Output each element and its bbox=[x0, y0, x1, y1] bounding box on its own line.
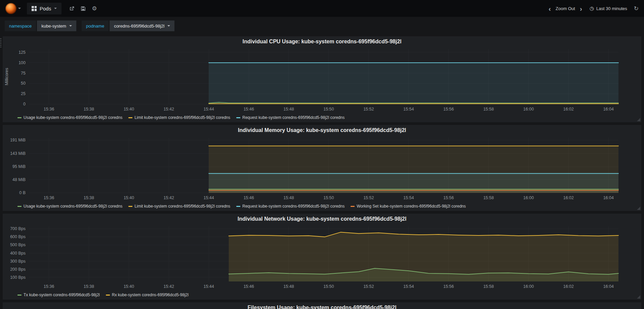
legend-series-label: Request kube-system coredns-695f96dcd5-9… bbox=[242, 204, 345, 209]
navbar: Pods ⚙ ‹ Zoom Out › ◷ Last 30 minutes ↻ bbox=[0, 0, 644, 17]
panel-drag-handle[interactable] bbox=[0, 38, 1, 48]
memory-usage-chart[interactable]: 0 B48 MiB95 MiB143 MiB191 MiB15:3615:381… bbox=[3, 135, 641, 202]
svg-text:16:04: 16:04 bbox=[603, 284, 614, 289]
legend-series-label: Usage kube-system coredns-695f96dcd5-98j… bbox=[24, 204, 122, 209]
svg-text:15:38: 15:38 bbox=[84, 107, 94, 112]
legend-item[interactable]: Rx kube-system coredns-695f96dcd5-98j2l bbox=[106, 293, 189, 297]
svg-text:15:46: 15:46 bbox=[243, 284, 254, 289]
legend-item[interactable]: Usage kube-system coredns-695f96dcd5-98j… bbox=[17, 115, 122, 120]
variable-select-podname[interactable]: coredns-695f96dcd5-98j2l bbox=[110, 20, 174, 31]
svg-text:15:52: 15:52 bbox=[363, 195, 374, 200]
panel-resize-handle[interactable] bbox=[637, 295, 640, 299]
legend-series-label: Limit kube-system coredns-695f96dcd5-98j… bbox=[134, 204, 230, 209]
svg-text:16:02: 16:02 bbox=[563, 195, 574, 200]
svg-text:16:00: 16:00 bbox=[523, 284, 534, 289]
legend-series-label: Rx kube-system coredns-695f96dcd5-98j2l bbox=[112, 293, 189, 297]
legend-series-color-icon bbox=[128, 117, 132, 118]
svg-text:15:58: 15:58 bbox=[483, 284, 494, 289]
svg-text:700 Bps: 700 Bps bbox=[10, 226, 26, 231]
settings-button[interactable]: ⚙ bbox=[92, 5, 97, 12]
svg-text:15:48: 15:48 bbox=[283, 284, 294, 289]
svg-text:143 MiB: 143 MiB bbox=[10, 151, 26, 156]
zoom-out-button[interactable]: Zoom Out bbox=[556, 6, 575, 11]
dashboard-panels: Individual CPU Usage: kube-system coredn… bbox=[0, 35, 644, 309]
svg-text:300 Bps: 300 Bps bbox=[10, 259, 26, 264]
time-shift-back-button[interactable]: ‹ bbox=[549, 5, 551, 12]
panel-resize-handle[interactable] bbox=[637, 207, 640, 210]
svg-text:15:54: 15:54 bbox=[403, 284, 414, 289]
dashboard-title: Pods bbox=[40, 6, 51, 11]
svg-text:15:48: 15:48 bbox=[283, 195, 294, 200]
svg-text:15:54: 15:54 bbox=[403, 195, 414, 200]
time-controls: ‹ Zoom Out › ◷ Last 30 minutes ↻ bbox=[549, 5, 639, 12]
legend-series-color-icon bbox=[128, 206, 132, 207]
svg-text:500 Bps: 500 Bps bbox=[10, 242, 26, 247]
variable-select-namespace[interactable]: kube-system bbox=[37, 20, 76, 31]
legend-series-label: Request kube-system coredns-695f96dcd5-9… bbox=[242, 115, 345, 120]
save-button[interactable] bbox=[81, 6, 86, 11]
variable-label-namespace: namespace bbox=[5, 20, 36, 31]
legend-item[interactable]: Request kube-system coredns-695f96dcd5-9… bbox=[236, 115, 345, 120]
svg-text:50: 50 bbox=[21, 81, 26, 86]
svg-text:15:36: 15:36 bbox=[44, 284, 54, 289]
legend-item[interactable]: Tx kube-system coredns-695f96dcd5-98j2l bbox=[17, 293, 100, 297]
template-variables-bar: namespace kube-system podname coredns-69… bbox=[0, 17, 644, 35]
svg-text:15:54: 15:54 bbox=[403, 107, 414, 112]
variable-label-podname: podname bbox=[82, 20, 109, 31]
panel-network-usage: Individual Network Usage: kube-system co… bbox=[3, 214, 641, 300]
svg-text:15:46: 15:46 bbox=[243, 195, 254, 200]
svg-text:15:56: 15:56 bbox=[443, 195, 454, 200]
dashboards-grid-icon bbox=[32, 6, 37, 11]
legend-series-label: Working Set kube-system coredns-695f96dc… bbox=[357, 204, 466, 209]
svg-text:15:42: 15:42 bbox=[164, 195, 174, 200]
panel-title-network[interactable]: Individual Network Usage: kube-system co… bbox=[3, 214, 641, 224]
chart-legend-cpu: Usage kube-system coredns-695f96dcd5-98j… bbox=[3, 114, 641, 122]
legend-series-color-icon bbox=[17, 117, 22, 118]
svg-text:100 Bps: 100 Bps bbox=[10, 275, 26, 280]
svg-text:15:52: 15:52 bbox=[363, 107, 374, 112]
network-usage-chart[interactable]: 100 Bps200 Bps300 Bps400 Bps500 Bps600 B… bbox=[3, 224, 641, 291]
legend-item[interactable]: Request kube-system coredns-695f96dcd5-9… bbox=[236, 204, 345, 209]
panel-title-cpu[interactable]: Individual CPU Usage: kube-system coredn… bbox=[3, 36, 641, 46]
panel-title-memory[interactable]: Individual Memory Usage: kube-system cor… bbox=[3, 125, 641, 135]
svg-text:15:56: 15:56 bbox=[443, 284, 454, 289]
svg-text:15:36: 15:36 bbox=[44, 107, 54, 112]
legend-series-color-icon bbox=[106, 295, 110, 296]
clock-icon: ◷ bbox=[590, 5, 594, 11]
svg-text:15:42: 15:42 bbox=[164, 284, 174, 289]
legend-series-color-icon bbox=[17, 295, 22, 296]
chevron-down-icon bbox=[54, 8, 57, 9]
chevron-down-icon bbox=[167, 25, 170, 27]
svg-text:16:02: 16:02 bbox=[563, 107, 574, 112]
panel-filesystem-usage: Filesystem Usage: kube-system coredns-69… bbox=[3, 302, 641, 309]
panel-resize-handle[interactable] bbox=[637, 118, 640, 121]
cpu-usage-chart[interactable]: 025507510012515:3615:3815:4015:4215:4415… bbox=[3, 46, 641, 114]
svg-text:15:44: 15:44 bbox=[203, 107, 214, 112]
legend-item[interactable]: Limit kube-system coredns-695f96dcd5-98j… bbox=[128, 204, 230, 209]
panel-cpu-usage: Individual CPU Usage: kube-system coredn… bbox=[3, 36, 641, 122]
chevron-down-icon bbox=[18, 8, 21, 9]
svg-text:15:42: 15:42 bbox=[164, 107, 174, 112]
svg-text:15:58: 15:58 bbox=[483, 107, 494, 112]
time-shift-forward-button[interactable]: › bbox=[580, 5, 582, 12]
time-range-label: Last 30 minutes bbox=[596, 6, 627, 11]
legend-series-color-icon bbox=[236, 206, 240, 207]
legend-series-label: Limit kube-system coredns-695f96dcd5-98j… bbox=[134, 115, 230, 120]
legend-item[interactable]: Usage kube-system coredns-695f96dcd5-98j… bbox=[17, 204, 122, 209]
svg-text:15:50: 15:50 bbox=[323, 195, 334, 200]
legend-series-color-icon bbox=[236, 117, 240, 118]
legend-series-color-icon bbox=[351, 206, 355, 207]
refresh-button[interactable]: ↻ bbox=[634, 5, 639, 12]
share-button[interactable] bbox=[69, 6, 75, 11]
legend-item[interactable]: Limit kube-system coredns-695f96dcd5-98j… bbox=[128, 115, 230, 120]
svg-text:15:36: 15:36 bbox=[44, 195, 54, 200]
svg-text:75: 75 bbox=[21, 71, 26, 76]
panel-title-filesystem[interactable]: Filesystem Usage: kube-system coredns-69… bbox=[3, 302, 641, 309]
svg-text:48 MiB: 48 MiB bbox=[12, 177, 26, 182]
time-range-button[interactable]: ◷ Last 30 minutes bbox=[590, 5, 627, 11]
dashboard-picker-button[interactable]: Pods bbox=[27, 3, 62, 14]
grafana-menu-button[interactable] bbox=[5, 3, 21, 14]
chevron-down-icon bbox=[69, 25, 72, 27]
legend-item[interactable]: Working Set kube-system coredns-695f96dc… bbox=[351, 204, 466, 209]
svg-text:600 Bps: 600 Bps bbox=[10, 234, 26, 239]
